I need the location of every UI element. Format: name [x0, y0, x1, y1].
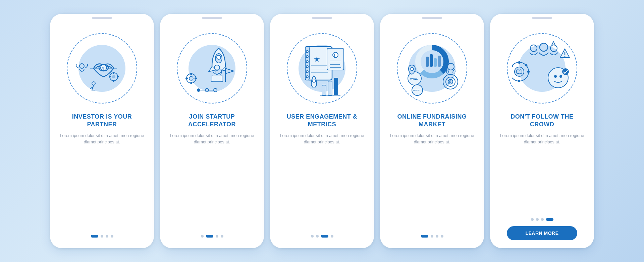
svg-point-6	[112, 75, 115, 78]
learn-more-button[interactable]: LEARN MORE	[507, 226, 577, 240]
dot-3-3[interactable]	[321, 235, 328, 238]
card-3-desc: Lorem ipsum dolor sit dim amet, mea regi…	[278, 133, 366, 146]
dot-1-4[interactable]	[111, 235, 113, 238]
svg-point-86	[565, 56, 566, 57]
svg-point-24	[197, 88, 200, 92]
card-3-title: USER ENGAGEMENT & METRICS	[278, 113, 366, 128]
dot-3-1[interactable]	[311, 235, 314, 238]
svg-rect-21	[185, 78, 188, 79]
svg-point-70	[540, 43, 548, 51]
dot-2-2[interactable]	[206, 235, 213, 238]
illustration-fundraising: www. www. $	[393, 30, 471, 107]
investor-icon: $	[72, 38, 132, 99]
svg-rect-20	[191, 82, 192, 84]
svg-point-11	[92, 82, 95, 85]
dot-5-1[interactable]	[531, 218, 534, 221]
svg-rect-41	[327, 48, 344, 70]
svg-rect-76	[518, 80, 520, 82]
svg-point-32	[306, 56, 308, 58]
startup-icon	[182, 38, 242, 99]
svg-text:i: i	[334, 53, 335, 58]
illustration-startup	[173, 30, 251, 107]
svg-rect-22	[195, 78, 197, 79]
card-2-dots	[201, 235, 223, 238]
card-5-dots	[531, 218, 553, 221]
svg-rect-55	[426, 57, 429, 67]
svg-rect-48	[328, 81, 332, 95]
dot-4-4[interactable]	[441, 235, 443, 238]
svg-rect-15	[212, 75, 222, 82]
fundraising-icon: www. www. $	[402, 38, 462, 99]
dot-1-2[interactable]	[101, 235, 103, 238]
svg-point-33	[306, 61, 308, 63]
card-4-desc: Lorem ipsum dolor sit dim amet, mea regi…	[388, 133, 476, 146]
svg-rect-47	[322, 85, 326, 95]
svg-rect-57	[434, 58, 437, 67]
dot-5-3[interactable]	[541, 218, 544, 221]
card-4-dots	[421, 235, 443, 238]
svg-point-74	[515, 67, 524, 76]
dot-4-2[interactable]	[431, 235, 433, 238]
svg-point-34	[306, 66, 308, 68]
engagement-icon: ★ i	[292, 38, 352, 99]
card-5-title: DON'T FOLLOW THE CROWD	[498, 113, 586, 128]
svg-point-63	[410, 67, 414, 71]
dot-1-1[interactable]	[91, 235, 98, 238]
dot-2-3[interactable]	[216, 235, 218, 238]
svg-point-18	[189, 76, 193, 80]
dot-4-3[interactable]	[436, 235, 438, 238]
card-user-engagement: ★ i	[270, 14, 374, 248]
svg-rect-56	[430, 54, 433, 67]
svg-point-71	[550, 45, 557, 52]
svg-rect-10	[117, 76, 119, 77]
svg-rect-7	[113, 72, 114, 74]
card-dont-follow: !	[490, 14, 594, 248]
svg-text:!: !	[552, 43, 553, 46]
card-4-title: ONLINE FUNDRAISING MARKET	[388, 113, 476, 128]
svg-rect-78	[527, 71, 530, 73]
svg-rect-8	[113, 80, 114, 82]
dot-1-3[interactable]	[106, 235, 108, 238]
card-startup-accelerator: JOIN STARTUP ACCELERATOR Lorem ipsum dol…	[160, 14, 264, 248]
card-2-title: JOIN STARTUP ACCELERATOR	[168, 113, 256, 128]
svg-rect-19	[191, 73, 192, 75]
dot-2-1[interactable]	[201, 235, 204, 238]
svg-point-83	[559, 75, 562, 78]
svg-point-84	[562, 68, 569, 75]
svg-point-69	[530, 45, 537, 52]
svg-rect-75	[518, 61, 520, 64]
svg-point-36	[306, 76, 308, 78]
svg-point-51	[312, 79, 316, 82]
svg-point-31	[306, 51, 308, 53]
svg-text:www.: www.	[410, 77, 418, 80]
illustration-crowd: !	[503, 30, 581, 107]
svg-point-25	[205, 88, 209, 92]
crowd-icon: !	[512, 38, 572, 99]
illustration-engagement: ★ i	[283, 30, 361, 107]
svg-point-13	[217, 55, 221, 59]
svg-point-35	[306, 71, 308, 73]
svg-rect-9	[109, 76, 111, 77]
svg-text:$: $	[449, 80, 451, 84]
card-3-dots	[311, 235, 333, 238]
dot-3-2[interactable]	[316, 235, 319, 238]
svg-text:www.: www.	[413, 89, 420, 92]
illustration-investor: $	[63, 30, 141, 107]
svg-text:$: $	[102, 66, 104, 70]
dot-3-4[interactable]	[331, 235, 333, 238]
card-1-desc: Lorem ipsum dolor sit dim amet, mea regi…	[58, 133, 146, 146]
dot-2-4[interactable]	[221, 235, 223, 238]
svg-text:★: ★	[314, 55, 320, 63]
svg-point-82	[554, 75, 557, 78]
dot-5-2[interactable]	[536, 218, 539, 221]
dot-5-4[interactable]	[546, 218, 553, 221]
svg-rect-58	[438, 56, 441, 67]
svg-point-42	[333, 52, 338, 58]
card-2-desc: Lorem ipsum dolor sit dim amet, mea regi…	[168, 133, 256, 146]
svg-rect-49	[334, 78, 338, 95]
cards-container: $	[40, 4, 604, 258]
dot-4-1[interactable]	[421, 235, 428, 238]
svg-point-4	[79, 64, 84, 68]
card-5-desc: Lorem ipsum dolor sit dim amet, mea regi…	[498, 133, 586, 146]
svg-point-68	[447, 63, 454, 70]
